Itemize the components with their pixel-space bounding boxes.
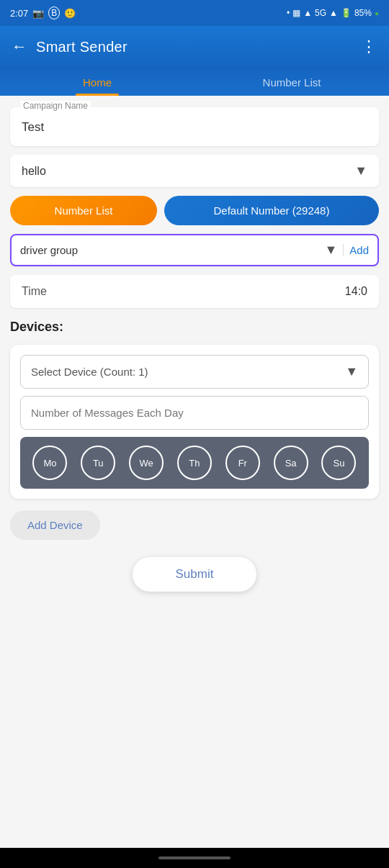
add-device-button[interactable]: Add Device <box>10 510 100 540</box>
network-badge: 5G <box>315 8 326 18</box>
bottom-nav-bar <box>0 848 389 868</box>
camera-icon: 📷 <box>32 8 44 19</box>
group-value: driver group <box>20 244 78 256</box>
battery-icon: 🔋 <box>341 8 352 18</box>
day-friday[interactable]: Fr <box>225 446 260 480</box>
messages-per-day-input[interactable] <box>20 396 369 430</box>
day-tuesday[interactable]: Tu <box>81 446 115 480</box>
app-bar: ← Smart Sender ⋮ <box>0 26 389 68</box>
add-group-link[interactable]: Add <box>343 244 369 256</box>
battery-level: 85% <box>354 8 372 18</box>
template-dropdown-arrow: ▼ <box>354 163 367 178</box>
campaign-name-label: Campaign Name <box>20 101 91 111</box>
status-left: 2:07 📷 B 🙂 <box>10 6 76 19</box>
more-options-button[interactable]: ⋮ <box>361 37 377 56</box>
device-card: Select Device (Count: 1) ▼ Mo Tu We Th F… <box>10 345 379 499</box>
day-thursday[interactable]: Th <box>177 446 212 480</box>
submit-area: Submit <box>10 557 379 592</box>
sim-icon: ▦ <box>292 8 300 18</box>
devices-section-label: Devices: <box>10 320 379 335</box>
tab-home[interactable]: Home <box>0 68 194 96</box>
app-bar-title: Smart Sender <box>36 39 128 55</box>
time-row: Time 14:0 <box>10 275 379 308</box>
signal2-icon: ▲ <box>329 8 338 18</box>
campaign-name-value[interactable]: Test <box>22 117 367 136</box>
message-template-dropdown[interactable]: hello ▼ <box>10 155 379 187</box>
smiley-icon: 🙂 <box>64 8 76 19</box>
campaign-name-field: Campaign Name Test <box>10 107 379 146</box>
b-icon: B <box>48 6 60 19</box>
default-number-button[interactable]: Default Number (29248) <box>164 196 379 225</box>
day-wednesday[interactable]: We <box>129 446 164 480</box>
tab-bar: Home Number List <box>0 68 389 96</box>
number-list-button[interactable]: Number List <box>10 196 157 225</box>
app-bar-left: ← Smart Sender <box>12 37 128 56</box>
tab-number-list[interactable]: Number List <box>194 68 389 96</box>
main-content: Campaign Name Test hello ▼ Number List D… <box>0 96 389 848</box>
number-source-row: Number List Default Number (29248) <box>10 196 379 225</box>
green-dot: ● <box>375 9 379 17</box>
day-sunday[interactable]: Su <box>321 446 356 480</box>
status-bar: 2:07 📷 B 🙂 • ▦ ▲ 5G ▲ 🔋 85% ● <box>0 0 389 26</box>
days-of-week-row: Mo Tu We Th Fr Sa Su <box>20 437 369 489</box>
select-device-dropdown[interactable]: Select Device (Count: 1) ▼ <box>20 355 369 389</box>
day-monday[interactable]: Mo <box>32 446 67 480</box>
status-right: • ▦ ▲ 5G ▲ 🔋 85% ● <box>287 8 379 18</box>
home-indicator <box>158 856 231 859</box>
submit-button[interactable]: Submit <box>133 557 257 592</box>
group-arrow-icon: ▼ <box>324 243 337 258</box>
day-saturday[interactable]: Sa <box>274 446 308 480</box>
signal-icon: ▲ <box>303 8 312 18</box>
select-device-arrow: ▼ <box>345 364 358 379</box>
time-value[interactable]: 14:0 <box>345 285 367 298</box>
select-device-label: Select Device (Count: 1) <box>31 366 148 378</box>
template-value: hello <box>22 165 46 178</box>
time-label: Time <box>22 285 47 298</box>
time-display: 2:07 <box>10 8 28 19</box>
dot-icon: • <box>287 8 290 18</box>
group-dropdown[interactable]: driver group ▼ <box>20 243 337 258</box>
back-button[interactable]: ← <box>12 37 27 56</box>
group-selector-row: driver group ▼ Add <box>10 234 379 266</box>
